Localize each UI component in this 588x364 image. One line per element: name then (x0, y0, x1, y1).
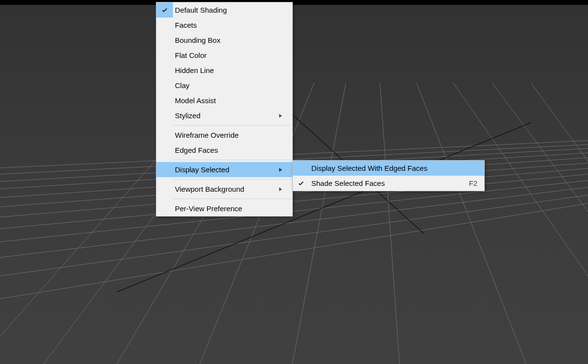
menu-item-default-shading[interactable]: Default Shading (156, 2, 292, 18)
menu-item-stylized[interactable]: Stylized (156, 108, 292, 123)
menu-separator (173, 199, 292, 199)
menu-item-shade-selected-faces[interactable]: Shade Selected Faces F2 (293, 176, 484, 191)
menu-item-label: Bounding Box (173, 36, 285, 44)
menu-item-label: Per-View Preference (173, 204, 285, 213)
svg-line-7 (0, 195, 588, 276)
svg-line-6 (0, 187, 588, 257)
submenu-arrow-icon (276, 111, 285, 120)
svg-line-8 (0, 203, 588, 299)
menu-item-hidden-line[interactable]: Hidden Line (156, 63, 292, 78)
menu-item-edged-faces[interactable]: Edged Faces (156, 143, 292, 158)
menu-item-label: Display Selected (173, 165, 276, 174)
display-selected-submenu[interactable]: Display Selected With Edged Faces Shade … (292, 160, 485, 191)
svg-line-16 (292, 83, 346, 364)
svg-line-18 (417, 83, 526, 364)
menu-separator (173, 125, 292, 126)
menu-item-flat-color[interactable]: Flat Color (156, 48, 292, 63)
menu-item-label: Edged Faces (173, 146, 285, 154)
submenu-arrow-icon (276, 185, 285, 193)
menu-item-facets[interactable]: Facets (156, 18, 292, 33)
menu-item-label: Clay (173, 81, 285, 90)
menu-item-label: Stylized (173, 111, 276, 120)
menu-item-bounding-box[interactable]: Bounding Box (156, 33, 292, 48)
menu-item-clay[interactable]: Clay (156, 78, 292, 93)
check-icon (156, 2, 173, 18)
menu-item-label: Viewport Background (173, 185, 276, 193)
menu-item-label: Facets (173, 21, 285, 29)
menu-item-label: Wireframe Override (173, 131, 285, 139)
menu-item-shortcut: F2 (454, 179, 477, 187)
svg-line-20 (492, 83, 588, 273)
menu-item-model-assist[interactable]: Model Assist (156, 93, 292, 108)
menu-item-label: Shade Selected Faces (309, 179, 454, 187)
menu-item-label: Model Assist (173, 96, 285, 105)
menu-item-per-view-preference[interactable]: Per-View Preference (156, 201, 292, 216)
menu-item-viewport-background[interactable]: Viewport Background (156, 182, 292, 197)
top-bar (0, 0, 588, 5)
menu-item-label: Hidden Line (173, 66, 285, 74)
menu-item-display-selected[interactable]: Display Selected (156, 162, 292, 177)
menu-separator (173, 160, 292, 160)
check-icon (293, 176, 309, 191)
submenu-arrow-icon (276, 165, 285, 174)
menu-item-display-selected-edged-faces[interactable]: Display Selected With Edged Faces (293, 161, 484, 176)
menu-item-label: Flat Color (173, 51, 285, 59)
menu-item-label: Display Selected With Edged Faces (309, 164, 477, 172)
shading-context-menu[interactable]: Default Shading Facets Bounding Box Flat… (156, 2, 293, 217)
menu-item-label: Default Shading (173, 6, 285, 14)
menu-item-wireframe-override[interactable]: Wireframe Override (156, 127, 292, 143)
menu-separator (173, 179, 292, 180)
